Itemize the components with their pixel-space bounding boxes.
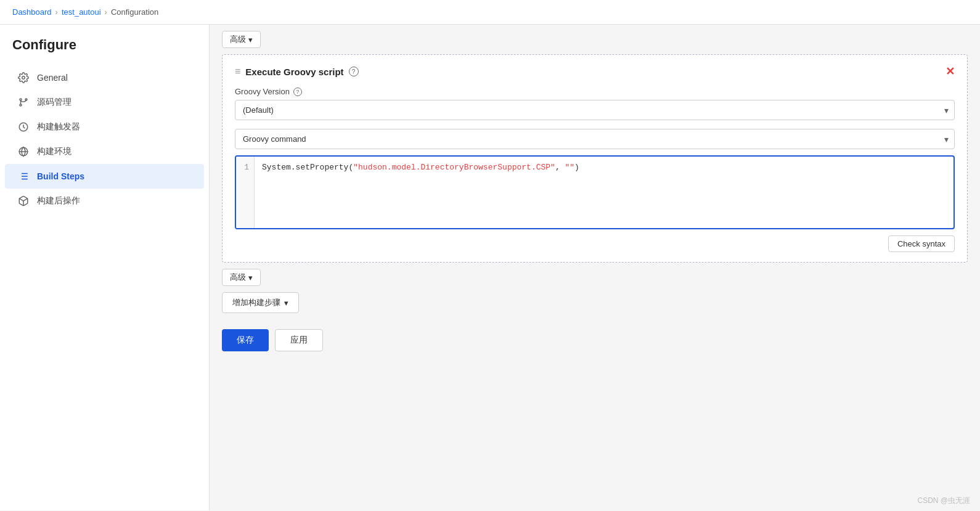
sidebar-item-general-label: General xyxy=(37,73,68,83)
groovy-version-select-wrapper: (Default) ▾ xyxy=(235,100,955,120)
code-editor[interactable]: 1 System.setProperty("hudson.model.Direc… xyxy=(235,155,955,229)
svg-point-2 xyxy=(20,104,22,106)
sidebar-title: Configure xyxy=(0,37,209,65)
add-step-arrow-icon: ▾ xyxy=(284,298,288,308)
groovy-version-label: Groovy Version ? xyxy=(235,87,955,96)
sidebar-item-triggers[interactable]: 构建触发器 xyxy=(5,115,204,139)
groovy-command-select-wrapper: Groovy command ▾ xyxy=(235,129,955,149)
svg-point-0 xyxy=(22,76,25,80)
gear-icon xyxy=(17,72,30,84)
main-content: 高级 ▾ ≡ Execute Groovy script ? ✕ Groovy … xyxy=(210,25,980,510)
sidebar-item-build-steps-label: Build Steps xyxy=(37,171,84,181)
sidebar-item-env-label: 构建环境 xyxy=(37,146,71,157)
breadcrumb-current: Configuration xyxy=(111,7,158,17)
sidebar-item-source-label: 源码管理 xyxy=(37,97,71,108)
check-syntax-button[interactable]: Check syntax xyxy=(888,235,955,252)
clock-icon xyxy=(17,121,30,133)
execute-groovy-section: ≡ Execute Groovy script ? ✕ Groovy Versi… xyxy=(222,54,968,263)
globe-icon xyxy=(17,145,30,158)
sidebar-item-build-steps[interactable]: Build Steps xyxy=(5,164,204,189)
apply-button[interactable]: 应用 xyxy=(275,329,323,351)
breadcrumb: Dashboard › test_autoui › Configuration xyxy=(0,0,980,25)
breadcrumb-dashboard[interactable]: Dashboard xyxy=(12,7,52,17)
list-icon xyxy=(17,170,30,182)
script-title: Execute Groovy script xyxy=(245,67,343,77)
add-build-step-button[interactable]: 增加构建步骤 ▾ xyxy=(222,292,299,313)
sidebar-item-post-build-label: 构建后操作 xyxy=(37,195,80,206)
sidebar-item-source[interactable]: 源码管理 xyxy=(5,90,204,115)
gaoji-top-button[interactable]: 高级 ▾ xyxy=(222,31,261,48)
check-syntax-row: Check syntax xyxy=(235,235,955,252)
chevron-down-icon-2: ▾ xyxy=(248,273,253,282)
box-icon xyxy=(17,195,30,207)
bottom-actions: 保存 应用 xyxy=(210,319,980,361)
script-help-icon[interactable]: ? xyxy=(349,67,359,76)
save-button[interactable]: 保存 xyxy=(222,329,269,351)
branch-icon xyxy=(17,96,30,108)
breadcrumb-sep-1: › xyxy=(55,7,58,17)
drag-handle-icon: ≡ xyxy=(235,66,240,77)
sidebar: Configure General 源码管理 xyxy=(0,25,210,510)
breadcrumb-sep-2: › xyxy=(105,7,107,17)
sidebar-item-triggers-label: 构建触发器 xyxy=(37,121,80,133)
code-line-numbers: 1 xyxy=(236,157,255,228)
svg-point-1 xyxy=(20,99,22,100)
gaoji-top-row: 高级 ▾ xyxy=(222,31,968,48)
sidebar-item-env[interactable]: 构建环境 xyxy=(5,139,204,164)
groovy-version-select[interactable]: (Default) xyxy=(235,100,955,120)
gaoji-bottom-row: 高级 ▾ xyxy=(222,269,968,286)
groovy-version-help-icon[interactable]: ? xyxy=(293,88,302,96)
gaoji-bottom-label: 高级 xyxy=(230,272,246,283)
chevron-down-icon: ▾ xyxy=(248,35,253,44)
add-step-label: 增加构建步骤 xyxy=(232,297,280,308)
gaoji-top-label: 高级 xyxy=(230,34,246,45)
script-header: ≡ Execute Groovy script ? ✕ xyxy=(235,65,955,78)
sidebar-item-post-build[interactable]: 构建后操作 xyxy=(5,189,204,213)
breadcrumb-project[interactable]: test_autoui xyxy=(62,7,101,17)
script-close-button[interactable]: ✕ xyxy=(945,65,955,78)
code-content[interactable]: System.setProperty("hudson.model.Directo… xyxy=(255,157,953,228)
groovy-command-select[interactable]: Groovy command xyxy=(235,129,955,149)
watermark: CSDN @虫无涯 xyxy=(917,496,970,506)
sidebar-item-general[interactable]: General xyxy=(5,65,204,90)
gaoji-bottom-button[interactable]: 高级 ▾ xyxy=(222,269,261,286)
